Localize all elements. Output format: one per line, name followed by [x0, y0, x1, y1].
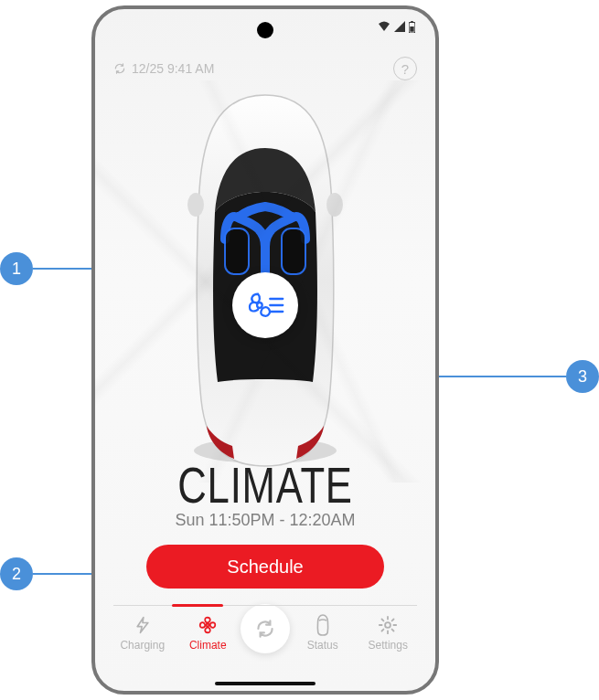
gear-icon — [356, 613, 422, 637]
help-icon: ? — [401, 61, 409, 77]
nav-status[interactable]: Status — [290, 613, 356, 652]
svg-rect-2 — [410, 27, 413, 32]
nav-settings[interactable]: Settings — [356, 613, 422, 652]
car-icon — [290, 613, 356, 637]
fan-small-icon — [176, 613, 241, 637]
svg-point-9 — [207, 624, 209, 627]
nav-climate[interactable]: Climate — [176, 613, 241, 652]
nav-active-indicator — [172, 604, 223, 607]
schedule-button[interactable]: Schedule — [146, 545, 384, 589]
schedule-button-label: Schedule — [227, 557, 303, 577]
nav-charging[interactable]: Charging — [110, 613, 176, 652]
fan-icon — [246, 288, 284, 323]
bolt-icon — [110, 613, 176, 637]
battery-icon — [409, 21, 415, 33]
nav-label: Status — [290, 639, 356, 652]
callout-badge-2: 2 — [0, 557, 33, 590]
refresh-icon — [253, 617, 277, 641]
climate-fan-button[interactable] — [232, 272, 298, 338]
car-visual — [95, 80, 435, 483]
status-bar — [95, 9, 435, 40]
nav-label: Settings — [356, 639, 422, 652]
svg-point-8 — [257, 303, 262, 309]
phone-frame: 12/25 9:41 AM ? — [91, 5, 439, 695]
nav-label: Charging — [110, 639, 176, 652]
callout-badge-1: 1 — [0, 252, 33, 285]
status-icons — [378, 21, 415, 33]
svg-point-10 — [385, 622, 390, 628]
nav-label: Climate — [176, 639, 241, 652]
title-block: CLIMATE Sun 11:50PM - 12:20AM — [95, 455, 435, 530]
top-row: 12/25 9:41 AM ? — [95, 40, 435, 80]
timestamp-text: 12/25 9:41 AM — [132, 61, 214, 76]
refresh-small-icon — [113, 62, 126, 75]
bottom-nav: Charging Climate Status Settings — [95, 606, 435, 653]
home-indicator — [215, 682, 316, 685]
svg-rect-1 — [411, 21, 413, 23]
callout-badge-3: 3 — [566, 360, 599, 393]
page-title: CLIMATE — [133, 455, 398, 514]
last-refresh: 12/25 9:41 AM — [113, 61, 214, 76]
nav-refresh-button[interactable] — [241, 604, 290, 653]
signal-icon — [394, 21, 405, 32]
wifi-icon — [378, 21, 390, 32]
help-button[interactable]: ? — [393, 57, 417, 80]
nav-divider — [113, 605, 417, 606]
